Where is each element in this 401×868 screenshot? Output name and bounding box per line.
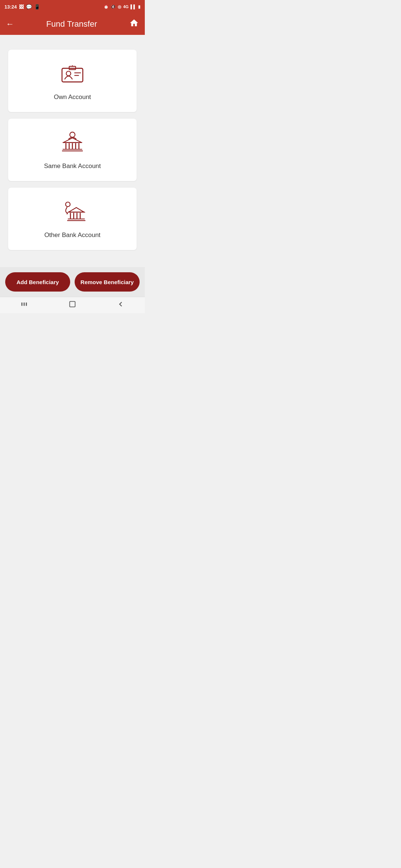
alarm-icon: ⏰ <box>104 4 109 9</box>
other-bank-account-card[interactable]: Other Bank Account <box>8 188 137 250</box>
svg-point-6 <box>70 132 75 137</box>
wifi-icon: ◎ <box>118 4 121 9</box>
status-right: ⏰ 🔇 ◎ 4G ▌▌ ▮ <box>104 4 140 9</box>
same-bank-label: Same Bank Account <box>44 162 101 170</box>
own-account-label: Own Account <box>54 93 91 101</box>
same-bank-account-card[interactable]: Same Bank Account <box>8 119 137 181</box>
svg-marker-7 <box>63 138 82 142</box>
page-title: Fund Transfer <box>46 19 97 29</box>
nav-home-button[interactable] <box>68 300 76 310</box>
status-left: 13:24 🖼 💬 📱 <box>4 4 40 10</box>
whatsapp-icon: 📱 <box>34 4 40 10</box>
home-button[interactable] <box>129 18 139 30</box>
svg-rect-0 <box>62 68 83 82</box>
svg-rect-27 <box>24 302 25 306</box>
own-account-icon <box>59 61 85 88</box>
time-display: 13:24 <box>4 4 17 10</box>
svg-marker-18 <box>69 208 84 212</box>
own-account-card[interactable]: Own Account <box>8 50 137 112</box>
other-bank-icon <box>59 199 85 226</box>
remove-beneficiary-button[interactable]: Remove Beneficiary <box>75 272 140 292</box>
navigation-bar <box>0 297 145 313</box>
svg-point-3 <box>66 71 71 76</box>
signal-bars-icon: ▌▌ <box>130 4 136 9</box>
app-header: ← Fund Transfer <box>0 13 145 35</box>
home-icon <box>129 18 139 28</box>
main-content: Own Account <box>0 35 145 267</box>
photo-icon: 🖼 <box>19 4 24 10</box>
bottom-action-bar: Add Beneficiary Remove Beneficiary <box>0 267 145 297</box>
same-bank-icon <box>59 130 85 157</box>
battery-icon: ▮ <box>138 4 140 9</box>
nav-back-button[interactable] <box>117 300 125 310</box>
message-icon: 💬 <box>26 4 32 10</box>
signal-label: 4G <box>123 4 129 9</box>
svg-rect-26 <box>22 302 23 306</box>
mute-icon: 🔇 <box>111 4 116 9</box>
other-bank-label: Other Bank Account <box>44 231 100 239</box>
svg-rect-28 <box>26 302 27 306</box>
nav-menu-button[interactable] <box>20 300 28 310</box>
add-beneficiary-button[interactable]: Add Beneficiary <box>5 272 70 292</box>
svg-rect-29 <box>70 302 75 307</box>
back-button[interactable]: ← <box>6 19 14 29</box>
status-bar: 13:24 🖼 💬 📱 ⏰ 🔇 ◎ 4G ▌▌ ▮ <box>0 0 145 13</box>
svg-point-16 <box>66 202 70 207</box>
